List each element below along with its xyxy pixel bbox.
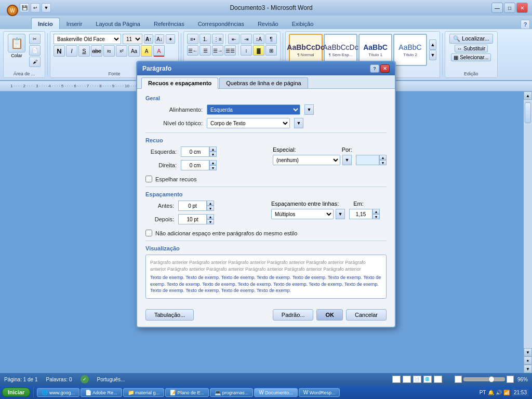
preview-gray: Parágrafo anterior Parágrafo anterior Pa… — [150, 259, 382, 272]
at-down[interactable]: ▼ — [373, 214, 380, 219]
at-up[interactable]: ▲ — [373, 209, 380, 214]
indent-left-up[interactable]: ▲ — [209, 147, 217, 152]
indent-left-input[interactable] — [181, 147, 209, 157]
at-label: Em: — [353, 201, 364, 207]
status-bar: Página: 1 de 1 Palavras: 0 ✓ Português..… — [0, 373, 532, 385]
indent-right-row: Direita: ▲ ▼ — [145, 160, 257, 170]
default-button[interactable]: Padrão... — [273, 309, 314, 321]
dialog-close-btn[interactable]: ✕ — [380, 64, 390, 73]
dialog-title-buttons: ? ✕ — [370, 64, 390, 73]
no-add-space-checkbox[interactable] — [145, 230, 152, 236]
view-read-btn[interactable]: 📄 — [413, 376, 421, 383]
special-input-row: (nenhum) Primeira linha Deslocamento ▼ ▲… — [273, 155, 387, 165]
system-tray: 🔔 🔊 📶 — [488, 390, 510, 395]
indent-right-down[interactable]: ▼ — [209, 165, 217, 170]
indent-section-title: Recuo — [145, 137, 387, 143]
by-down[interactable]: ▼ — [379, 160, 387, 165]
spell-check-icon[interactable]: ✓ — [81, 375, 89, 383]
indent-right-label: Direita: — [145, 162, 177, 168]
zoom-out-btn[interactable]: - — [455, 376, 462, 383]
office-button[interactable]: W — [7, 5, 18, 16]
taskbar-item-5[interactable]: W Documento... — [254, 388, 298, 397]
before-row: Antes: ▲ ▼ — [145, 201, 261, 211]
tabulation-button[interactable]: Tabulação... — [145, 309, 194, 321]
dialog-overlay: Parágrafo ? ✕ Recuos e espaçamento Quebr… — [0, 16, 532, 373]
taskbar-item-3[interactable]: 📝 Plano de E... — [165, 388, 209, 397]
taskbar-item-6[interactable]: W WordResp... — [299, 388, 340, 397]
quick-save-btn[interactable]: 💾 — [20, 3, 29, 12]
view-normal-btn[interactable]: □ — [392, 376, 401, 383]
dialog-title-bar: Parágrafo ? ✕ — [137, 62, 395, 75]
spacing-section-title: Espaçamento — [145, 191, 387, 197]
before-spin-btns: ▲ ▼ — [207, 201, 214, 211]
quick-undo-btn[interactable]: ↩ — [31, 3, 40, 12]
divider2 — [145, 187, 387, 187]
taskbar-item-4[interactable]: 💻 programas... — [210, 388, 253, 397]
line-spacing-input-row: Simples 1,5 linha Duplo Pelo menos Exata… — [271, 209, 387, 219]
close-button[interactable]: ✕ — [516, 3, 528, 13]
maximize-button[interactable]: □ — [504, 3, 515, 13]
view-layout-btn[interactable]: ⊞ — [403, 376, 411, 383]
indent-left-spinner: ▲ ▼ — [181, 147, 217, 157]
special-row: Especial: Por: — [273, 147, 387, 153]
general-section-title: Geral — [145, 95, 387, 101]
after-spinner: ▲ ▼ — [178, 214, 214, 224]
preview-area: Parágrafo anterior Parágrafo anterior Pa… — [145, 255, 387, 299]
taskbar-item-1[interactable]: 📄 Adobe Re... — [81, 388, 122, 397]
before-up[interactable]: ▲ — [207, 201, 214, 206]
dialog-help-btn[interactable]: ? — [370, 64, 379, 73]
cancel-button[interactable]: Cancelar — [346, 309, 387, 321]
taskbar: Iniciar 🌐 www.goog... 📄 Adobe Re... 📁 ma… — [0, 385, 532, 399]
footer-left: Tabulação... — [145, 309, 269, 321]
after-row: Depois: ▲ ▼ — [145, 214, 261, 224]
after-input[interactable] — [178, 214, 207, 224]
indent-content: Esquerda: ▲ ▼ Direita: — [145, 147, 387, 174]
spacing-content: Antes: ▲ ▼ Depois: — [145, 201, 387, 228]
taskbar-right: PT 🔔 🔊 📶 21:53 — [476, 389, 532, 396]
by-input[interactable] — [356, 155, 379, 165]
view-web-btn[interactable]: 🌐 — [423, 376, 432, 383]
indent-right-col: Especial: Por: (nenhum) Primeira linha D… — [273, 147, 387, 174]
zoom-thumb — [488, 376, 495, 382]
zoom-slider[interactable] — [463, 377, 505, 381]
at-input[interactable] — [349, 209, 373, 219]
indent-right-input[interactable] — [181, 160, 209, 170]
taskbar-item-0[interactable]: 🌐 www.goog... — [37, 388, 79, 397]
before-input[interactable] — [178, 201, 207, 211]
no-add-space-row: Não adicionar espaço entre parágrafos do… — [145, 230, 387, 236]
by-up[interactable]: ▲ — [379, 155, 387, 160]
quick-dropdown-btn[interactable]: ▼ — [42, 3, 51, 12]
special-select[interactable]: (nenhum) Primeira linha Deslocamento — [273, 155, 340, 165]
topic-level-dropdown-btn[interactable]: ▼ — [294, 118, 303, 128]
spacing-left-col: Antes: ▲ ▼ Depois: — [145, 201, 261, 228]
before-label: Antes: — [145, 203, 174, 209]
dialog-tab-recuos[interactable]: Recuos e espaçamento — [141, 77, 218, 89]
after-down[interactable]: ▼ — [207, 219, 214, 224]
before-down[interactable]: ▼ — [207, 206, 214, 211]
indent-left-label: Esquerda: — [145, 149, 177, 155]
ok-button[interactable]: OK — [316, 309, 343, 321]
line-spacing-dropdown-btn[interactable]: ▼ — [336, 209, 345, 219]
by-spinner: ▲ ▼ — [356, 155, 387, 165]
zoom-in-btn[interactable]: + — [507, 376, 514, 383]
minimize-button[interactable]: — — [491, 3, 503, 13]
indent-right-up[interactable]: ▲ — [209, 160, 217, 165]
after-up[interactable]: ▲ — [207, 214, 214, 219]
mirror-checkbox[interactable] — [145, 176, 152, 182]
indent-left-col: Esquerda: ▲ ▼ Direita: — [145, 147, 257, 174]
indent-right-spinner: ▲ ▼ — [181, 160, 217, 170]
alignment-select[interactable]: Esquerda Centralizado Direita Justificad… — [207, 104, 300, 115]
topic-level-select[interactable]: Corpo de Texto Nível 1 — [207, 118, 290, 128]
dialog-tab-quebras[interactable]: Quebras de linha e de página — [219, 77, 308, 88]
view-buttons: □ ⊞ 📄 🌐 ≡ — [392, 376, 442, 383]
line-spacing-select[interactable]: Simples 1,5 linha Duplo Pelo menos Exata… — [271, 209, 334, 219]
by-spin-btns: ▲ ▼ — [379, 155, 387, 165]
alignment-dropdown-btn[interactable]: ▼ — [304, 104, 314, 115]
indent-left-down[interactable]: ▼ — [209, 152, 217, 157]
title-bar: W 💾 ↩ ▼ Documento3 - Microsoft Word — □ … — [0, 0, 532, 16]
view-outline-btn[interactable]: ≡ — [434, 376, 442, 383]
taskbar-item-2[interactable]: 📁 material g... — [123, 388, 165, 397]
special-dropdown-btn[interactable]: ▼ — [342, 155, 352, 165]
start-button[interactable]: Iniciar — [2, 388, 30, 397]
at-spinner: ▲ ▼ — [349, 209, 380, 219]
